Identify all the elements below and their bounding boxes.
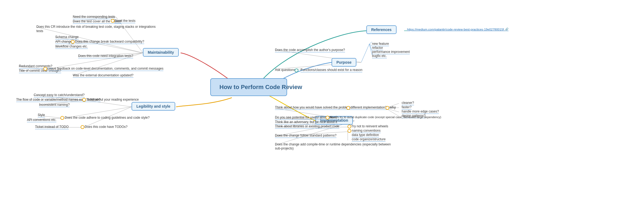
impl-q1: Think about how you would have solved th… [275,105,350,110]
impl-why-icon [385,106,389,110]
svg-line-3 [369,42,372,44]
impl-organize: code organize/structure [352,137,385,142]
branch-legibility: Legibility and style [132,102,175,111]
leg-style: Style [38,113,45,117]
ref-url[interactable]: https://medium.com/palantir/code-review-… [407,28,508,31]
purpose-q2: Ask questions [275,68,295,72]
maint-tests1: Need the corresponding tests [73,15,115,19]
branch-references: References [366,25,397,34]
svg-line-2 [361,44,369,62]
leg-naming: Inconsistent naming? [39,103,70,107]
svg-line-6 [369,44,372,55]
maint-integ: Does this code need integration tests? [78,54,133,58]
maint-compat-icon [71,40,75,44]
purpose-perf: performance improvement [372,50,410,54]
maint-workflow: Workflow changes etc. [55,45,88,49]
maint-schema: Schema change [55,35,79,39]
impl-cleaner: cleaner? [402,101,414,105]
impl-datatype: data type definition [352,133,379,137]
central-node: How to Perform Code Review [210,78,287,96]
impl-q6: Does the change add compile-time or runt… [275,142,391,146]
impl-diff: different implementation? [350,105,387,110]
maint-extdoc: Was the external documentation updated? [73,73,133,78]
purpose-refactor: refactor [372,46,383,50]
impl-naming-icon [347,129,351,133]
leg-concept: Concept easy to catch/understand? [34,93,85,97]
maint-readtest-icon [111,19,115,23]
impl-q4-icon [347,125,351,128]
impl-q2b: Always try to avoid duplicate code (exce… [329,115,441,119]
leg-ticket: Ticket instead of TODO [35,125,69,129]
svg-line-5 [369,44,372,50]
leg-todo-icon [81,125,84,129]
branch-purpose: Purpose [332,58,356,67]
maint-docq-icon [43,67,47,71]
purpose-q1: Does the code accomplish the author's pu… [275,48,345,52]
leg-reading: Think about your reading experience [86,98,139,101]
leg-reading-icon [82,98,86,102]
impl-q4b: Try not to reinvent wheels [351,124,388,128]
maint-compat: Does this change break backward compatib… [75,40,144,44]
maint-readtests: Read the tests [115,19,135,23]
leg-coding: Does the code adhere to coding guideline… [65,116,150,120]
impl-q2-icon [326,116,329,120]
branch-maintainability: Maintainability [143,48,179,57]
maint-docq: Leave feedback on code-level documentati… [47,67,163,71]
leg-api: API conventions etc. [27,118,56,122]
purpose-q2-icon [295,69,298,72]
maint-q1b: tests [36,29,43,33]
impl-q6b: sub-projects) [275,147,294,150]
impl-edge: handle more edge cases? [402,110,439,114]
leg-coding-icon [60,116,64,120]
svg-line-38 [116,17,117,18]
impl-why: why [390,105,396,109]
impl-q4: Think about libraries or existing produc… [275,124,339,129]
purpose-new-feature: new feature [372,42,389,46]
purpose-q2b: Functions/classes should exist for a rea… [301,68,362,72]
purpose-bugfix: bugfix etc. [372,54,387,58]
impl-diff-icon [346,106,350,110]
impl-q5: Does the change follow standard patterns… [275,134,336,138]
maint-q1: Does this CR introduce the risk of break… [36,25,156,29]
impl-q3: Think like an adversary, but be nice abo… [275,120,337,124]
leg-todo: Does this code have TODOs? [85,125,128,129]
impl-faster: faster? [402,105,412,110]
svg-line-4 [369,44,372,46]
impl-naming: naming conventions [352,129,381,133]
